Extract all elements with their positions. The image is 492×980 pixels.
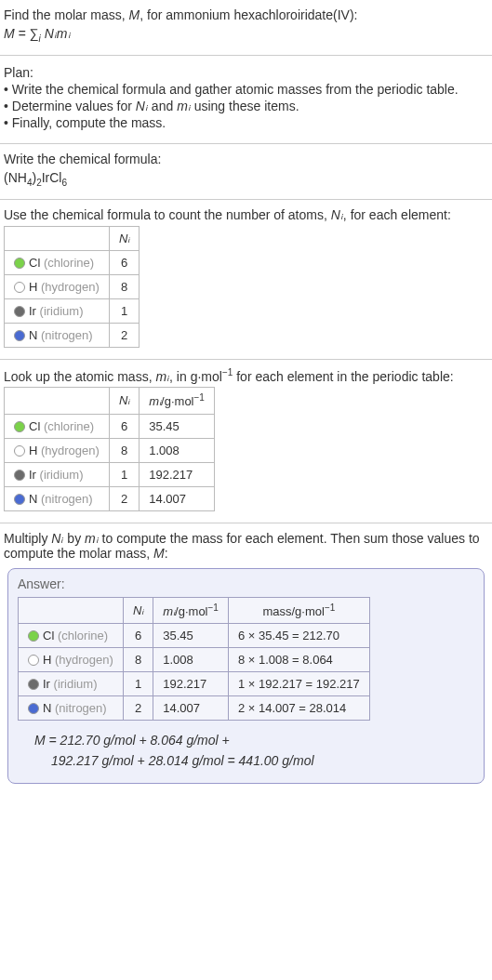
table-row: Ir (iridium)1192.217 [5, 462, 215, 486]
mass-h-a: Look up the atomic mass, [4, 368, 155, 383]
m-value: 35.45 [153, 623, 229, 647]
element-cell: Cl (chlorine) [5, 414, 110, 438]
n-value: 8 [109, 438, 139, 462]
element-name: (nitrogen) [41, 492, 93, 506]
header-mi: mᵢ/g·mol−1 [153, 597, 229, 623]
formula-sum: M = ∑ [4, 26, 39, 41]
element-cell: Cl (chlorine) [19, 623, 124, 647]
n-value: 6 [123, 623, 153, 647]
element-swatch-icon [28, 655, 39, 666]
element-name: (iridium) [40, 304, 84, 318]
element-symbol: Ir [43, 677, 54, 691]
n-value: 2 [123, 695, 153, 720]
mass-h-b: , in g·mol [169, 368, 222, 383]
element-swatch-icon [14, 306, 25, 317]
chemical-formula-section: Write the chemical formula: (NH4)2IrCl6 [0, 144, 492, 200]
atom-count-section: Use the chemical formula to count the nu… [0, 200, 492, 360]
table-header-row: Nᵢ mᵢ/g·mol−1 [5, 388, 215, 414]
n-value: 6 [109, 414, 139, 438]
table-header-row: Nᵢ [5, 226, 140, 250]
intro-M: M [129, 7, 140, 22]
element-symbol: Ir [29, 304, 40, 318]
table-row: H (hydrogen)8 [5, 274, 140, 298]
m-value: 35.45 [140, 414, 215, 438]
n-value: 6 [109, 250, 139, 274]
count-h-ni: Nᵢ [331, 207, 343, 222]
mass-h-exp: −1 [222, 367, 233, 377]
element-symbol: N [43, 701, 55, 715]
m-value: 1.008 [153, 647, 229, 671]
intro-formula: M = ∑i Nᵢmᵢ [4, 26, 488, 44]
element-name: (hydrogen) [41, 280, 100, 294]
element-swatch-icon [14, 330, 25, 341]
element-cell: Ir (iridium) [5, 462, 110, 486]
header-mi-a: mᵢ [149, 395, 161, 409]
table-row: Cl (chlorine)635.456 × 35.45 = 212.70 [19, 623, 370, 647]
table-header-row: Nᵢ mᵢ/g·mol−1 mass/g·mol−1 [19, 597, 370, 623]
n-value: 2 [109, 486, 139, 510]
element-symbol: Cl [29, 419, 44, 433]
plan-b2-ni: Nᵢ [136, 99, 148, 113]
m-value: 1.008 [140, 438, 215, 462]
header-ni: Nᵢ [109, 226, 139, 250]
final-molar-mass: M = 212.70 g/mol + 8.064 g/mol + 192.217… [18, 730, 474, 772]
mult-h-M: M [153, 546, 165, 561]
element-symbol: N [29, 328, 41, 342]
table-row: N (nitrogen)214.0072 × 14.007 = 28.014 [19, 695, 370, 720]
mass-heading: Look up the atomic mass, mᵢ, in g·mol−1 … [4, 367, 488, 384]
answer-label: Answer: [18, 576, 474, 591]
element-swatch-icon [14, 445, 25, 457]
plan-section: Plan: • Write the chemical formula and g… [0, 56, 492, 144]
table-row: Cl (chlorine)635.45 [5, 414, 215, 438]
header-mi-b: /g·mol [161, 395, 193, 409]
element-swatch-icon [14, 470, 25, 481]
header-ni: Nᵢ [109, 388, 139, 414]
header-mass: mass/g·mol−1 [228, 597, 369, 623]
element-cell: N (nitrogen) [19, 695, 124, 720]
element-symbol: Cl [43, 629, 58, 642]
header-mass-a: mass/g·mol [262, 604, 324, 618]
table-row: Ir (iridium)1192.2171 × 192.217 = 192.21… [19, 671, 370, 695]
chem-c: IrCl [42, 170, 62, 185]
n-value: 8 [123, 647, 153, 671]
intro-text: Find the molar mass, M, for ammonium hex… [4, 7, 488, 22]
element-cell: Ir (iridium) [5, 298, 110, 323]
atomic-mass-table: Nᵢ mᵢ/g·mol−1 Cl (chlorine)635.45H (hydr… [4, 387, 215, 510]
plan-b2-a: • Determine values for [4, 99, 136, 113]
m-value: 14.007 [153, 695, 229, 720]
table-row: H (hydrogen)81.008 [5, 438, 215, 462]
element-symbol: Cl [29, 256, 44, 270]
count-h-a: Use the chemical formula to count the nu… [4, 207, 331, 222]
n-value: 8 [109, 274, 139, 298]
plan-b2-mi: mᵢ [177, 99, 191, 113]
element-swatch-icon [28, 630, 39, 642]
element-name: (chlorine) [44, 419, 94, 433]
header-mi-exp: −1 [208, 603, 219, 613]
element-swatch-icon [28, 679, 39, 690]
mass-h-c: for each element in the periodic table: [233, 368, 453, 383]
element-swatch-icon [14, 258, 25, 269]
table-row: N (nitrogen)2 [5, 323, 140, 347]
header-mi: mᵢ/g·mol−1 [140, 388, 215, 414]
atom-count-table: Nᵢ Cl (chlorine)6H (hydrogen)8Ir (iridiu… [4, 226, 140, 348]
m-value: 192.217 [140, 462, 215, 486]
intro-text-a: Find the molar mass, [4, 7, 129, 22]
element-name: (nitrogen) [55, 701, 107, 715]
n-value: 1 [109, 462, 139, 486]
element-swatch-icon [14, 421, 25, 432]
m-value: 192.217 [153, 671, 229, 695]
mult-h-end: : [165, 546, 168, 561]
element-name: (hydrogen) [55, 653, 113, 667]
element-name: (chlorine) [44, 256, 94, 270]
element-cell: H (hydrogen) [5, 274, 110, 298]
element-symbol: H [29, 444, 41, 457]
header-empty [5, 388, 110, 414]
m-value: 14.007 [140, 486, 215, 510]
mass-calc: 1 × 192.217 = 192.217 [228, 671, 369, 695]
count-heading: Use the chemical formula to count the nu… [4, 207, 488, 222]
element-cell: Ir (iridium) [19, 671, 124, 695]
chem-formula: (NH4)2IrCl6 [4, 170, 488, 188]
mult-heading: Multiply Nᵢ by mᵢ to compute the mass fo… [4, 531, 488, 561]
element-swatch-icon [14, 494, 25, 505]
plan-title: Plan: [4, 65, 488, 80]
